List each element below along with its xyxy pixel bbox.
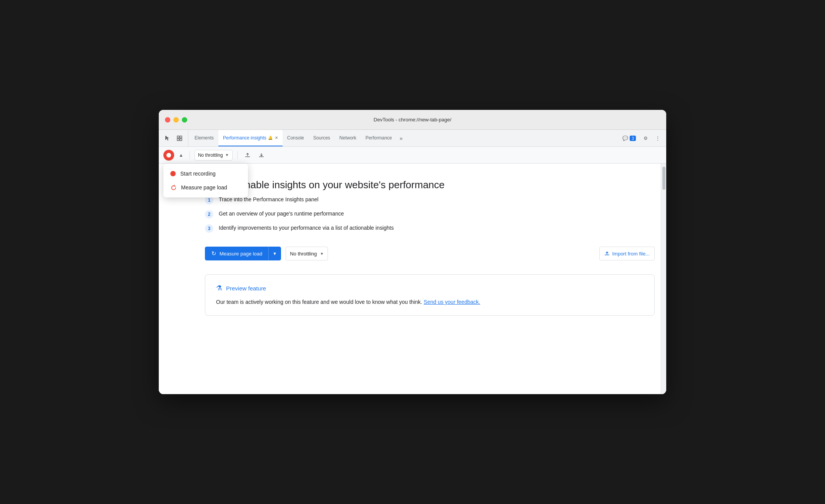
tabs-list: Elements Performance insights 🔔 ✕ Consol… <box>190 130 616 146</box>
step-number-3: 3 <box>205 224 213 233</box>
inspect-icon[interactable] <box>174 133 185 144</box>
tab-icon-group <box>162 130 188 146</box>
close-button[interactable] <box>165 117 170 123</box>
more-icon: ⋮ <box>655 136 660 141</box>
measure-btn-label: Measure page load <box>220 251 262 257</box>
svg-rect-1 <box>180 136 182 138</box>
throttle-chevron-icon: ▼ <box>225 153 229 157</box>
start-recording-item[interactable]: Start recording <box>163 167 248 181</box>
measure-arrow-icon: ▼ <box>273 251 277 256</box>
preview-feature-box: ⚗ Preview feature Our team is actively w… <box>205 274 655 316</box>
refresh-icon <box>170 184 176 191</box>
title-bar: DevTools - chrome://new-tab-page/ <box>159 110 666 130</box>
svg-rect-2 <box>177 139 179 141</box>
record-dropdown-arrow[interactable]: ▲ <box>177 151 185 159</box>
measure-btn-arrow[interactable]: ▼ <box>268 247 281 260</box>
step-item-1: 1 Trace into the Performance Insights pa… <box>205 196 655 204</box>
measure-page-load-item[interactable]: Measure page load <box>163 181 248 194</box>
devtools-window: DevTools - chrome://new-tab-page/ Elemen <box>159 110 666 394</box>
tab-elements[interactable]: Elements <box>190 130 218 146</box>
tab-network[interactable]: Network <box>335 130 361 146</box>
tab-console[interactable]: Console <box>283 130 309 146</box>
step-item-3: 3 Identify improvements to your performa… <box>205 224 655 233</box>
chat-icon: 💬 <box>622 136 628 141</box>
settings-icon: ⚙ <box>644 136 648 141</box>
step-text-3: Identify improvements to your performanc… <box>219 224 394 232</box>
preview-feature-text: Our team is actively working on this fea… <box>216 298 644 306</box>
record-dot-icon <box>170 171 176 176</box>
tab-bell-icon: 🔔 <box>268 136 273 140</box>
record-icon <box>166 153 171 158</box>
preview-feature-title: Preview feature <box>226 285 266 292</box>
measure-page-load-label: Measure page load <box>181 184 227 191</box>
start-recording-label: Start recording <box>180 171 216 177</box>
devtools-tab-bar: Elements Performance insights 🔔 ✕ Consol… <box>159 130 666 147</box>
tabs-right-actions: 💬 3 ⚙ ⋮ <box>616 130 666 146</box>
tab-performance-insights[interactable]: Performance insights 🔔 ✕ <box>218 130 283 146</box>
tab-sources[interactable]: Sources <box>309 130 335 146</box>
more-button[interactable]: ⋮ <box>652 134 663 143</box>
scrollbar[interactable] <box>661 164 666 394</box>
scroll-thumb[interactable] <box>662 167 665 190</box>
step-number-2: 2 <box>205 210 213 219</box>
steps-list: 1 Trace into the Performance Insights pa… <box>205 196 655 233</box>
measure-page-load-button[interactable]: ↻ Measure page load <box>205 247 268 260</box>
record-button[interactable] <box>163 150 174 161</box>
tab-performance[interactable]: Performance <box>361 130 397 146</box>
tab-close-icon[interactable]: ✕ <box>275 136 278 140</box>
step-item-2: 2 Get an overview of your page's runtime… <box>205 210 655 219</box>
throttle-main-label: No throttling <box>290 251 317 257</box>
throttle-label: No throttling <box>198 153 223 158</box>
preview-feature-header: ⚗ Preview feature <box>216 284 644 292</box>
page-heading: Get actionable insights on your website'… <box>205 179 655 191</box>
traffic-lights <box>165 117 187 123</box>
measure-refresh-icon: ↻ <box>211 250 216 257</box>
svg-rect-3 <box>180 139 182 141</box>
import-from-file-button[interactable]: Import from file... <box>599 247 655 260</box>
preview-text-before-link: Our team is actively working on this fea… <box>216 299 424 305</box>
settings-button[interactable]: ⚙ <box>640 134 651 143</box>
main-content: Get actionable insights on your website'… <box>159 164 666 394</box>
toolbar: ▲ No throttling ▼ <box>159 147 666 164</box>
measure-btn-group: ↻ Measure page load ▼ <box>205 247 281 260</box>
flask-icon: ⚗ <box>216 284 222 292</box>
feedback-badge: 3 <box>630 136 636 141</box>
throttle-select-main[interactable]: No throttling ▼ <box>286 247 328 260</box>
throttle-main-chevron: ▼ <box>320 252 324 256</box>
upload-button[interactable] <box>242 150 253 161</box>
throttle-dropdown[interactable]: No throttling ▼ <box>195 150 233 161</box>
import-btn-label: Import from file... <box>612 251 650 257</box>
feedback-button[interactable]: 💬 3 <box>619 134 639 143</box>
svg-rect-0 <box>177 136 179 138</box>
cursor-icon[interactable] <box>162 133 173 144</box>
tabs-overflow-button[interactable]: » <box>397 130 406 146</box>
download-button[interactable] <box>256 150 267 161</box>
window-title: DevTools - chrome://new-tab-page/ <box>374 117 451 123</box>
minimize-button[interactable] <box>173 117 179 123</box>
record-dropdown-menu: Start recording Measure page load <box>163 164 248 197</box>
action-row: ↻ Measure page load ▼ No throttling ▼ Im… <box>205 247 655 260</box>
maximize-button[interactable] <box>182 117 187 123</box>
feedback-link[interactable]: Send us your feedback. <box>424 299 480 305</box>
step-text-2: Get an overview of your page's runtime p… <box>219 210 344 218</box>
